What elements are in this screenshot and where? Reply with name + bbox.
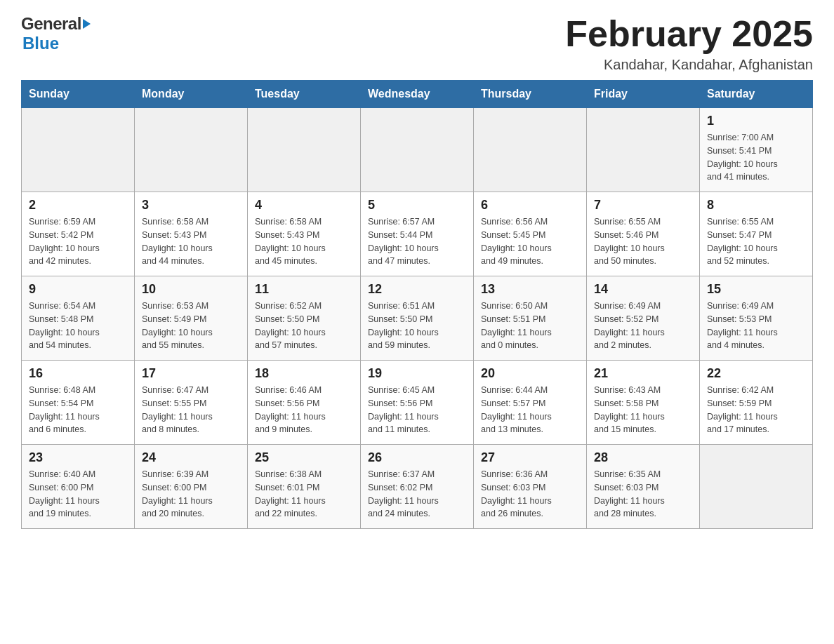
- calendar-cell: [474, 108, 587, 192]
- day-number: 20: [481, 366, 579, 381]
- day-info: Sunrise: 6:53 AMSunset: 5:49 PMDaylight:…: [142, 300, 240, 352]
- weekday-header-row: SundayMondayTuesdayWednesdayThursdayFrid…: [22, 81, 813, 108]
- day-number: 8: [707, 198, 805, 213]
- weekday-header-wednesday: Wednesday: [361, 81, 474, 108]
- calendar-cell: 24Sunrise: 6:39 AMSunset: 6:00 PMDayligh…: [135, 445, 248, 529]
- weekday-header-friday: Friday: [587, 81, 700, 108]
- day-number: 27: [481, 450, 579, 465]
- calendar-cell: 3Sunrise: 6:58 AMSunset: 5:43 PMDaylight…: [135, 192, 248, 276]
- day-number: 24: [142, 450, 240, 465]
- day-info: Sunrise: 6:59 AMSunset: 5:42 PMDaylight:…: [29, 215, 127, 268]
- calendar-cell: [22, 108, 135, 192]
- day-number: 26: [368, 450, 466, 465]
- day-info: Sunrise: 6:47 AMSunset: 5:55 PMDaylight:…: [142, 384, 240, 436]
- calendar-cell: 26Sunrise: 6:37 AMSunset: 6:02 PMDayligh…: [361, 445, 474, 529]
- calendar-cell: 28Sunrise: 6:35 AMSunset: 6:03 PMDayligh…: [587, 445, 700, 529]
- day-number: 14: [594, 282, 692, 297]
- day-info: Sunrise: 6:45 AMSunset: 5:56 PMDaylight:…: [368, 384, 466, 436]
- calendar-cell: 1Sunrise: 7:00 AMSunset: 5:41 PMDaylight…: [700, 108, 813, 192]
- weekday-header-saturday: Saturday: [700, 81, 813, 108]
- day-info: Sunrise: 6:35 AMSunset: 6:03 PMDaylight:…: [594, 468, 692, 521]
- day-info: Sunrise: 6:51 AMSunset: 5:50 PMDaylight:…: [368, 300, 466, 352]
- day-number: 16: [29, 366, 127, 381]
- day-number: 25: [255, 450, 353, 465]
- calendar-cell: 10Sunrise: 6:53 AMSunset: 5:49 PMDayligh…: [135, 276, 248, 361]
- weekday-header-thursday: Thursday: [474, 81, 587, 108]
- calendar-cell: 12Sunrise: 6:51 AMSunset: 5:50 PMDayligh…: [361, 276, 474, 361]
- day-number: 19: [368, 366, 466, 381]
- calendar-cell: 13Sunrise: 6:50 AMSunset: 5:51 PMDayligh…: [474, 276, 587, 361]
- calendar-cell: 17Sunrise: 6:47 AMSunset: 5:55 PMDayligh…: [135, 361, 248, 445]
- title-section: February 2025 Kandahar, Kandahar, Afghan…: [565, 14, 813, 73]
- page-header: General Blue February 2025 Kandahar, Kan…: [21, 14, 813, 73]
- weekday-header-tuesday: Tuesday: [248, 81, 361, 108]
- day-info: Sunrise: 7:00 AMSunset: 5:41 PMDaylight:…: [707, 131, 805, 184]
- day-info: Sunrise: 6:48 AMSunset: 5:54 PMDaylight:…: [29, 384, 127, 436]
- calendar-cell: 21Sunrise: 6:43 AMSunset: 5:58 PMDayligh…: [587, 361, 700, 445]
- calendar-cell: [587, 108, 700, 192]
- day-info: Sunrise: 6:40 AMSunset: 6:00 PMDaylight:…: [29, 468, 127, 521]
- logo-general-text: General: [21, 14, 81, 34]
- day-number: 23: [29, 450, 127, 465]
- day-number: 10: [142, 282, 240, 297]
- calendar-cell: [700, 445, 813, 529]
- day-info: Sunrise: 6:38 AMSunset: 6:01 PMDaylight:…: [255, 468, 353, 521]
- day-number: 2: [29, 198, 127, 213]
- month-title: February 2025: [565, 14, 813, 54]
- calendar-cell: 4Sunrise: 6:58 AMSunset: 5:43 PMDaylight…: [248, 192, 361, 276]
- day-number: 3: [142, 198, 240, 213]
- calendar-week-row: 1Sunrise: 7:00 AMSunset: 5:41 PMDaylight…: [22, 108, 813, 192]
- day-info: Sunrise: 6:49 AMSunset: 5:53 PMDaylight:…: [707, 300, 805, 352]
- day-info: Sunrise: 6:54 AMSunset: 5:48 PMDaylight:…: [29, 300, 127, 352]
- day-number: 13: [481, 282, 579, 297]
- calendar-body: 1Sunrise: 7:00 AMSunset: 5:41 PMDaylight…: [22, 108, 813, 529]
- calendar-cell: 8Sunrise: 6:55 AMSunset: 5:47 PMDaylight…: [700, 192, 813, 276]
- calendar-week-row: 23Sunrise: 6:40 AMSunset: 6:00 PMDayligh…: [22, 445, 813, 529]
- calendar-cell: 15Sunrise: 6:49 AMSunset: 5:53 PMDayligh…: [700, 276, 813, 361]
- day-number: 4: [255, 198, 353, 213]
- day-info: Sunrise: 6:55 AMSunset: 5:46 PMDaylight:…: [594, 215, 692, 268]
- calendar-cell: [248, 108, 361, 192]
- calendar-cell: 16Sunrise: 6:48 AMSunset: 5:54 PMDayligh…: [22, 361, 135, 445]
- day-info: Sunrise: 6:49 AMSunset: 5:52 PMDaylight:…: [594, 300, 692, 352]
- day-info: Sunrise: 6:36 AMSunset: 6:03 PMDaylight:…: [481, 468, 579, 521]
- calendar-cell: 2Sunrise: 6:59 AMSunset: 5:42 PMDaylight…: [22, 192, 135, 276]
- calendar-cell: 14Sunrise: 6:49 AMSunset: 5:52 PMDayligh…: [587, 276, 700, 361]
- day-info: Sunrise: 6:42 AMSunset: 5:59 PMDaylight:…: [707, 384, 805, 436]
- calendar-week-row: 16Sunrise: 6:48 AMSunset: 5:54 PMDayligh…: [22, 361, 813, 445]
- calendar-cell: 18Sunrise: 6:46 AMSunset: 5:56 PMDayligh…: [248, 361, 361, 445]
- day-number: 15: [707, 282, 805, 297]
- weekday-header-monday: Monday: [135, 81, 248, 108]
- calendar-table: SundayMondayTuesdayWednesdayThursdayFrid…: [21, 80, 813, 529]
- day-number: 22: [707, 366, 805, 381]
- calendar-cell: 6Sunrise: 6:56 AMSunset: 5:45 PMDaylight…: [474, 192, 587, 276]
- calendar-cell: 25Sunrise: 6:38 AMSunset: 6:01 PMDayligh…: [248, 445, 361, 529]
- day-info: Sunrise: 6:55 AMSunset: 5:47 PMDaylight:…: [707, 215, 805, 268]
- day-number: 28: [594, 450, 692, 465]
- calendar-week-row: 2Sunrise: 6:59 AMSunset: 5:42 PMDaylight…: [22, 192, 813, 276]
- day-info: Sunrise: 6:43 AMSunset: 5:58 PMDaylight:…: [594, 384, 692, 436]
- calendar-cell: 27Sunrise: 6:36 AMSunset: 6:03 PMDayligh…: [474, 445, 587, 529]
- day-info: Sunrise: 6:56 AMSunset: 5:45 PMDaylight:…: [481, 215, 579, 268]
- day-number: 1: [707, 114, 805, 128]
- logo: General Blue: [21, 14, 91, 53]
- day-info: Sunrise: 6:46 AMSunset: 5:56 PMDaylight:…: [255, 384, 353, 436]
- calendar-cell: 19Sunrise: 6:45 AMSunset: 5:56 PMDayligh…: [361, 361, 474, 445]
- day-info: Sunrise: 6:58 AMSunset: 5:43 PMDaylight:…: [255, 215, 353, 268]
- logo-blue-text: Blue: [22, 34, 59, 53]
- day-info: Sunrise: 6:39 AMSunset: 6:00 PMDaylight:…: [142, 468, 240, 521]
- day-info: Sunrise: 6:44 AMSunset: 5:57 PMDaylight:…: [481, 384, 579, 436]
- day-info: Sunrise: 6:50 AMSunset: 5:51 PMDaylight:…: [481, 300, 579, 352]
- day-info: Sunrise: 6:57 AMSunset: 5:44 PMDaylight:…: [368, 215, 466, 268]
- day-info: Sunrise: 6:52 AMSunset: 5:50 PMDaylight:…: [255, 300, 353, 352]
- day-number: 5: [368, 198, 466, 213]
- day-info: Sunrise: 6:37 AMSunset: 6:02 PMDaylight:…: [368, 468, 466, 521]
- day-number: 18: [255, 366, 353, 381]
- calendar-cell: [135, 108, 248, 192]
- calendar-cell: 22Sunrise: 6:42 AMSunset: 5:59 PMDayligh…: [700, 361, 813, 445]
- calendar-header: SundayMondayTuesdayWednesdayThursdayFrid…: [22, 81, 813, 108]
- calendar-cell: 20Sunrise: 6:44 AMSunset: 5:57 PMDayligh…: [474, 361, 587, 445]
- logo-arrow-icon: [83, 19, 91, 29]
- day-number: 11: [255, 282, 353, 297]
- day-number: 21: [594, 366, 692, 381]
